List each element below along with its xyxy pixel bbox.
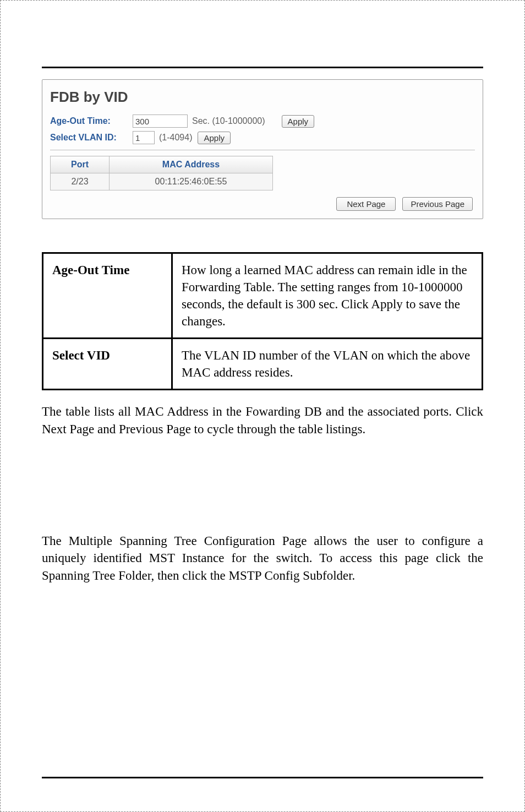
ageout-label: Age-Out Time: — [50, 116, 133, 126]
screenshot-fdb-by-vid: FDB by VID Age-Out Time: Sec. (10-100000… — [42, 79, 483, 219]
ageout-apply-button[interactable]: Apply — [282, 115, 315, 128]
previous-page-button[interactable]: Previous Page — [402, 197, 473, 211]
table-header-row: Port MAC Address — [51, 156, 273, 173]
ageout-input[interactable] — [133, 115, 188, 128]
definition-term: Select VID — [43, 339, 172, 390]
cell-mac: 00:11:25:46:0E:55 — [110, 173, 273, 190]
mac-table: Port MAC Address 2/23 00:11:25:46:0E:55 — [50, 156, 273, 190]
cell-port: 2/23 — [51, 173, 110, 190]
body-paragraph-2: The Multiple Spanning Tree Configuration… — [42, 532, 483, 585]
next-page-button[interactable]: Next Page — [336, 197, 396, 211]
header-port: Port — [51, 156, 110, 173]
definition-row: Age-Out Time How long a learned MAC addr… — [43, 253, 483, 339]
definition-desc: How long a learned MAC address can remai… — [172, 253, 483, 339]
divider — [50, 150, 475, 150]
definition-row: Select VID The VLAN ID number of the VLA… — [43, 339, 483, 390]
bottom-rule — [42, 777, 483, 778]
top-rule — [42, 67, 483, 68]
table-row: 2/23 00:11:25:46:0E:55 — [51, 173, 273, 190]
vlan-input[interactable] — [133, 131, 155, 144]
ageout-suffix: Sec. (10-1000000) — [192, 116, 265, 126]
vlan-apply-button[interactable]: Apply — [198, 132, 231, 144]
body-paragraph-1: The table lists all MAC Address in the F… — [42, 403, 483, 438]
definition-desc: The VLAN ID number of the VLAN on which … — [172, 339, 483, 390]
definitions-table: Age-Out Time How long a learned MAC addr… — [42, 252, 483, 390]
vlan-suffix: (1-4094) — [159, 133, 192, 143]
definition-term: Age-Out Time — [43, 253, 172, 339]
panel-title: FDB by VID — [42, 80, 483, 108]
vlan-label: Select VLAN ID: — [50, 133, 133, 143]
header-mac: MAC Address — [110, 156, 273, 173]
